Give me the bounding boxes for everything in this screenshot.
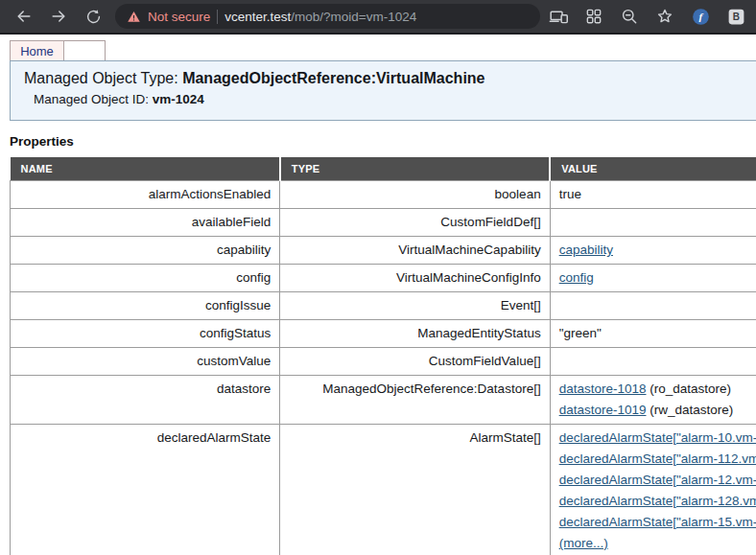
value-link-column: declaredAlarmState["alarm-10.vm-1024"]: [559, 428, 756, 449]
property-name-cell: config: [11, 265, 280, 292]
property-type-cell: boolean: [280, 181, 550, 209]
property-value-cell: datastore-1018 (ro_datastore)datastore-1…: [550, 376, 756, 425]
extension-button[interactable]: B: [725, 6, 746, 27]
reload-icon: [84, 8, 103, 26]
value-link[interactable]: datastore-1019: [559, 400, 647, 421]
property-type-cell: CustomFieldValue[]: [280, 348, 550, 376]
devices-icon: [549, 7, 569, 27]
mob-page: Home Managed Object Type: ManagedObjectR…: [0, 35, 756, 555]
value-line: declaredAlarmState["alarm-15.vm-1024"]Al…: [559, 512, 756, 533]
bookmark-button[interactable]: [654, 6, 675, 27]
tab-spacer: [64, 40, 106, 60]
managed-object-type-value: ManagedObjectReference:VirtualMachine: [182, 70, 484, 86]
table-row: alarmActionsEnabledbooleantrue: [11, 181, 756, 209]
value-link[interactable]: config: [559, 267, 594, 289]
security-indicator[interactable]: Not secure: [148, 10, 210, 24]
value-line: capability: [559, 240, 756, 261]
managed-object-type-label: Managed Object Type:: [24, 70, 182, 86]
tab-home[interactable]: Home: [10, 40, 64, 60]
value-line: declaredAlarmState["alarm-112.vm-1024"]A…: [559, 449, 756, 470]
url-text[interactable]: vcenter.test/mob/?moid=vm-1024: [224, 10, 416, 24]
forward-icon: [49, 7, 68, 26]
property-name-cell: alarmActionsEnabled: [11, 181, 280, 209]
property-type-cell: ManagedEntityStatus: [280, 320, 550, 348]
value-text: true: [559, 184, 581, 205]
table-row: configStatusManagedEntityStatus"green": [11, 320, 756, 348]
value-link-column: declaredAlarmState["alarm-12.vm-1024"]: [559, 470, 756, 491]
property-name-cell: customValue: [11, 348, 280, 376]
value-line: declaredAlarmState["alarm-128.vm-1024"]A…: [559, 491, 756, 512]
managed-object-header: Managed Object Type: ManagedObjectRefere…: [10, 60, 756, 121]
bookmark-star-icon: [655, 7, 674, 26]
properties-heading: Properties: [10, 134, 756, 149]
toolbar-actions: f B: [548, 6, 746, 27]
reload-button[interactable]: [79, 2, 107, 31]
table-row: availableFieldCustomFieldDef[]: [11, 209, 756, 237]
property-value-cell: [550, 292, 756, 320]
property-type-cell: CustomFieldDef[]: [280, 209, 550, 237]
value-link[interactable]: datastore-1018: [559, 379, 647, 400]
table-row: configIssueEvent[]: [11, 292, 756, 320]
managed-object-type-line: Managed Object Type: ManagedObjectRefere…: [24, 70, 756, 87]
value-link[interactable]: capability: [559, 240, 613, 261]
table-row: datastoreManagedObjectReference:Datastor…: [11, 376, 756, 425]
value-link[interactable]: declaredAlarmState["alarm-12.vm-1024"]: [559, 473, 756, 487]
table-row: customValueCustomFieldValue[]: [11, 348, 756, 376]
value-line: config: [559, 267, 756, 289]
send-to-devices-button[interactable]: [548, 6, 569, 27]
url-path: /mob/?moid=vm-1024: [291, 10, 416, 24]
profile-avatar[interactable]: f: [690, 6, 711, 27]
properties-table: NAME TYPE VALUE alarmActionsEnabledboole…: [10, 157, 756, 555]
value-link[interactable]: declaredAlarmState["alarm-128.vm-1024"]: [559, 494, 756, 508]
property-value-cell: true: [550, 181, 756, 209]
property-value-cell: capability: [550, 237, 756, 265]
column-header-name: NAME: [11, 157, 280, 181]
property-type-cell: ManagedObjectReference:Datastore[]: [280, 376, 550, 425]
back-button[interactable]: [10, 2, 38, 31]
value-link-column: declaredAlarmState["alarm-112.vm-1024"]: [559, 449, 756, 470]
omnibox-divider: [217, 10, 218, 24]
address-bar[interactable]: Not secure vcenter.test/mob/?moid=vm-102…: [115, 4, 540, 29]
fedora-icon: f: [691, 7, 711, 27]
value-line: true: [559, 184, 756, 205]
extension-b-icon: B: [726, 7, 746, 27]
property-value-cell: "green": [550, 320, 756, 348]
table-row: capabilityVirtualMachineCapabilitycapabi…: [11, 237, 756, 265]
properties-table-body: alarmActionsEnabledbooleantrueavailableF…: [11, 181, 756, 555]
table-row: declaredAlarmStateAlarmState[]declaredAl…: [11, 425, 756, 555]
property-value-cell: [550, 348, 756, 376]
property-name-cell: capability: [11, 237, 280, 265]
zoom-out-button[interactable]: [619, 6, 640, 27]
forward-button[interactable]: [44, 2, 73, 31]
value-link-column: declaredAlarmState["alarm-128.vm-1024"]: [559, 491, 756, 512]
column-header-value: VALUE: [550, 157, 756, 181]
property-value-cell: config: [550, 265, 756, 292]
property-type-cell: VirtualMachineCapability: [280, 237, 550, 265]
value-link[interactable]: declaredAlarmState["alarm-10.vm-1024"]: [559, 430, 756, 445]
property-name-cell: declaredAlarmState: [11, 425, 280, 555]
tab-bar: Home: [10, 40, 756, 60]
value-suffix: (rw_datastore): [646, 400, 733, 421]
property-name-cell: configStatus: [11, 320, 280, 348]
value-link[interactable]: (more...): [559, 533, 608, 554]
property-name-cell: datastore: [11, 376, 280, 425]
zoom-out-icon: [620, 7, 639, 26]
value-line: datastore-1018 (ro_datastore): [559, 379, 756, 400]
value-link-column: declaredAlarmState["alarm-15.vm-1024"]: [559, 512, 756, 533]
column-header-type: TYPE: [280, 157, 550, 181]
value-line: declaredAlarmState["alarm-12.vm-1024"]Al…: [559, 470, 756, 491]
managed-object-id-line: Managed Object ID: vm-1024: [34, 92, 756, 106]
managed-object-id-label: Managed Object ID:: [34, 92, 153, 106]
value-link[interactable]: declaredAlarmState["alarm-112.vm-1024"]: [559, 451, 756, 466]
tab-groups-button[interactable]: [583, 6, 604, 27]
property-value-cell: declaredAlarmState["alarm-10.vm-1024"]Al…: [550, 425, 756, 555]
property-name-cell: availableField: [11, 209, 280, 237]
grid-icon: [584, 7, 603, 26]
value-link[interactable]: declaredAlarmState["alarm-15.vm-1024"]: [559, 515, 756, 529]
property-name-cell: configIssue: [11, 292, 280, 320]
value-line: declaredAlarmState["alarm-10.vm-1024"]Al…: [559, 428, 756, 449]
svg-text:B: B: [732, 12, 739, 22]
value-line: "green": [559, 323, 756, 344]
table-row: configVirtualMachineConfigInfoconfig: [11, 265, 756, 292]
property-type-cell: Event[]: [280, 292, 550, 320]
